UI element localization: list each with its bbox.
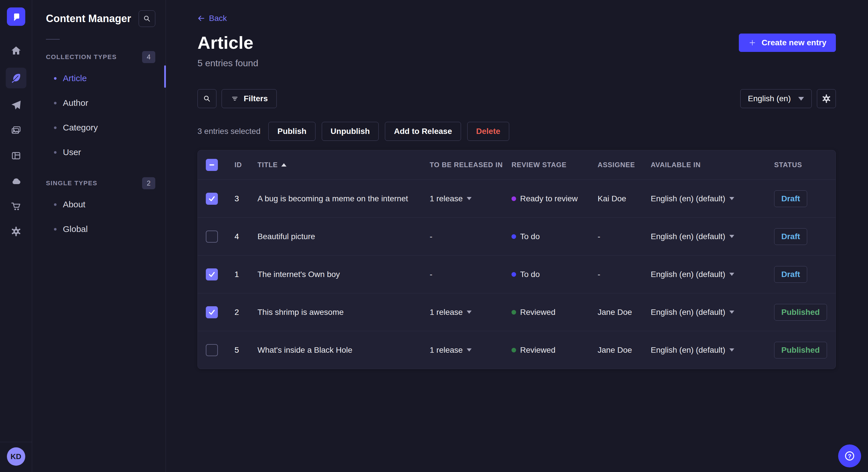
page-title: Article — [197, 32, 258, 53]
table-row[interactable]: 5 What's inside a Black Hole 1 release R… — [198, 331, 836, 369]
cell-title: The internet's Own boy — [257, 270, 430, 279]
check-icon — [208, 308, 216, 316]
sidebar-item-about[interactable]: About — [46, 192, 155, 217]
entries-count: 5 entries found — [197, 58, 258, 69]
user-avatar[interactable]: KD — [7, 447, 25, 466]
cell-available-in[interactable]: English (en) (default) — [651, 270, 774, 279]
filter-icon — [230, 94, 239, 103]
plus-icon — [748, 39, 756, 47]
cell-review-stage: To do — [512, 232, 598, 241]
stage-dot — [512, 196, 516, 201]
settings-gear-icon[interactable] — [6, 223, 26, 240]
column-header-available[interactable]: AVAILABLE IN — [651, 161, 774, 169]
cell-id: 2 — [235, 308, 257, 317]
collection-types-label: COLLECTION TYPES — [46, 53, 117, 61]
select-all-checkbox[interactable] — [206, 159, 218, 171]
rail-nav — [6, 42, 26, 240]
column-header-stage[interactable]: REVIEW STAGE — [512, 161, 598, 169]
sort-asc-icon — [281, 163, 286, 167]
cell-review-stage: To do — [512, 270, 598, 279]
table-header-row: ID TITLE TO BE RELEASED IN REVIEW STAGE … — [198, 150, 836, 179]
create-new-entry-button[interactable]: Create new entry — [739, 34, 836, 52]
home-icon[interactable] — [6, 42, 26, 59]
bullet-icon — [54, 228, 57, 231]
cell-id: 5 — [235, 345, 257, 355]
row-checkbox[interactable] — [206, 344, 218, 356]
status-badge: Draft — [774, 191, 807, 207]
cell-review-stage: Reviewed — [512, 345, 598, 355]
row-checkbox[interactable] — [206, 231, 218, 243]
single-types-count-badge: 2 — [142, 177, 155, 189]
chevron-down-icon — [730, 197, 734, 200]
cell-title: This shrimp is awesome — [257, 308, 430, 317]
stage-dot — [512, 310, 516, 314]
help-button[interactable] — [838, 444, 861, 467]
chevron-down-icon — [467, 310, 472, 314]
content-manager-icon[interactable] — [6, 68, 26, 88]
stage-dot — [512, 234, 516, 239]
cell-release: - — [430, 232, 512, 241]
search-entries-button[interactable] — [197, 89, 216, 108]
table-row[interactable]: 4 Beautiful picture - To do - English (e… — [198, 217, 836, 255]
arrow-left-icon — [197, 14, 205, 22]
content-manager-sidebar: Content Manager COLLECTION TYPES 4 Artic… — [32, 0, 166, 472]
status-badge: Published — [774, 304, 827, 321]
cell-available-in[interactable]: English (en) (default) — [651, 308, 774, 317]
column-header-id[interactable]: ID — [235, 161, 257, 169]
cell-title: Beautiful picture — [257, 232, 430, 241]
cell-release[interactable]: 1 release — [430, 194, 512, 203]
check-icon — [208, 194, 216, 203]
column-header-status[interactable]: STATUS — [774, 161, 836, 169]
single-types-list: About Global — [46, 192, 155, 241]
sidebar-item-category[interactable]: Category — [46, 115, 155, 140]
cell-assignee: - — [598, 232, 651, 241]
cell-release: - — [430, 270, 512, 279]
row-checkbox[interactable] — [206, 193, 218, 205]
table-row[interactable]: 2 This shrimp is awesome 1 release Revie… — [198, 293, 836, 331]
cell-release[interactable]: 1 release — [430, 308, 512, 317]
locale-select[interactable]: English (en) — [740, 89, 812, 108]
bullet-icon — [54, 203, 57, 206]
deploy-cloud-icon[interactable] — [6, 173, 26, 189]
content-type-builder-icon[interactable] — [6, 147, 26, 164]
row-checkbox[interactable] — [206, 306, 218, 318]
sidebar-search-button[interactable] — [138, 10, 155, 27]
filters-button[interactable]: Filters — [222, 89, 277, 108]
view-settings-button[interactable] — [817, 89, 836, 108]
cell-review-stage: Ready to review — [512, 194, 598, 203]
bullet-icon — [54, 127, 57, 129]
row-checkbox[interactable] — [206, 268, 218, 280]
column-header-release[interactable]: TO BE RELEASED IN — [430, 161, 512, 169]
marketplace-cart-icon[interactable] — [6, 198, 26, 214]
main-nav-rail: KD — [0, 0, 32, 472]
sidebar-item-global[interactable]: Global — [46, 217, 155, 241]
column-header-title[interactable]: TITLE — [257, 161, 430, 169]
releases-icon[interactable] — [6, 97, 26, 113]
chevron-down-icon — [798, 97, 804, 101]
selection-count-text: 3 entries selected — [197, 127, 260, 136]
publish-button[interactable]: Publish — [268, 122, 315, 141]
table-row[interactable]: 3 A bug is becoming a meme on the intern… — [198, 179, 836, 217]
status-badge: Draft — [774, 228, 807, 245]
delete-button[interactable]: Delete — [467, 122, 509, 141]
add-to-release-button[interactable]: Add to Release — [385, 122, 461, 141]
main-content: Back Article 5 entries found Create new … — [166, 0, 868, 472]
stage-dot — [512, 348, 516, 352]
cell-title: What's inside a Black Hole — [257, 345, 430, 355]
cell-available-in[interactable]: English (en) (default) — [651, 345, 774, 355]
column-header-assignee[interactable]: ASSIGNEE — [598, 161, 651, 169]
table-row[interactable]: 1 The internet's Own boy - To do - Engli… — [198, 255, 836, 293]
back-link[interactable]: Back — [197, 14, 227, 23]
media-library-icon[interactable] — [6, 122, 26, 139]
strapi-logo[interactable] — [7, 7, 25, 26]
cell-release[interactable]: 1 release — [430, 345, 512, 355]
sidebar-item-user[interactable]: User — [46, 140, 155, 165]
sidebar-item-article[interactable]: Article — [46, 66, 155, 91]
sidebar-item-author[interactable]: Author — [46, 91, 155, 115]
sidebar-title: Content Manager — [46, 12, 131, 25]
cell-available-in[interactable]: English (en) (default) — [651, 232, 774, 241]
cell-available-in[interactable]: English (en) (default) — [651, 194, 774, 203]
question-icon — [843, 450, 856, 462]
unpublish-button[interactable]: Unpublish — [322, 122, 379, 141]
chevron-down-icon — [730, 273, 734, 276]
